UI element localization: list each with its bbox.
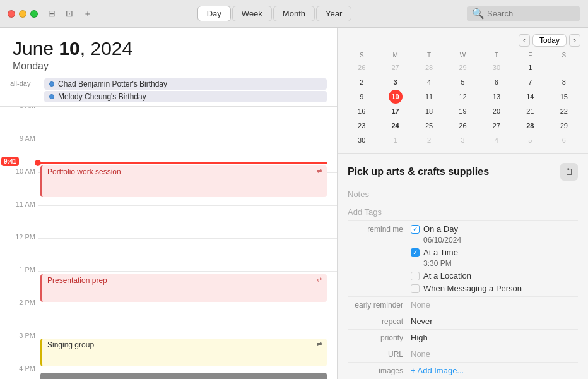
cal-day[interactable]: 6 xyxy=(490,75,503,89)
cal-today[interactable]: 10 xyxy=(389,90,403,104)
cal-day[interactable]: 22 xyxy=(557,104,571,118)
allday-event-2[interactable]: Melody Cheung's Birthday xyxy=(44,91,327,102)
cal-day[interactable]: 28 xyxy=(422,61,436,75)
sidebar-toggle-icon[interactable]: ⊟ xyxy=(48,8,56,20)
inbox-icon[interactable]: ⊡ xyxy=(66,8,73,20)
priority-label: priority xyxy=(348,333,411,342)
search-input[interactable] xyxy=(487,9,575,18)
date-header: June 10, 2024 Monday xyxy=(0,28,337,77)
repeat-icon: ⇄ xyxy=(317,276,322,283)
time-label: 11 AM xyxy=(5,200,35,208)
at-a-location-checkbox[interactable] xyxy=(411,272,420,280)
at-a-time-value: 3:30 PM xyxy=(411,259,578,268)
right-panel: ‹ Today › S M T W T F S 26 27 28 29 30 1 xyxy=(338,28,588,379)
current-time-dot xyxy=(35,160,41,166)
cal-prev-button[interactable]: ‹ xyxy=(519,34,530,47)
event-pickup[interactable]: Pick up arts & crafts supplies xyxy=(40,373,327,379)
time-slot-2pm: 2 PM xyxy=(38,304,337,337)
cal-header-f: F xyxy=(514,51,546,60)
cal-day[interactable]: 3 xyxy=(456,133,469,147)
cal-day[interactable]: 2 xyxy=(422,133,436,147)
cal-day[interactable]: 16 xyxy=(355,104,368,118)
cal-day[interactable]: 7 xyxy=(523,75,537,89)
cal-day[interactable]: 4 xyxy=(490,133,503,147)
cal-day[interactable]: 30 xyxy=(355,133,368,147)
cal-day[interactable]: 27 xyxy=(490,119,503,133)
nav-week-button[interactable]: Week xyxy=(232,6,272,21)
cal-day[interactable]: 9 xyxy=(355,90,368,104)
toolbar-icons: ⊟ ⊡ ＋ xyxy=(48,8,92,20)
cal-day[interactable]: 6 xyxy=(557,133,571,147)
cal-day[interactable]: 14 xyxy=(523,90,537,104)
time-label: 8 AM xyxy=(5,107,35,109)
cal-day[interactable]: 28 xyxy=(523,119,537,133)
cal-day[interactable]: 25 xyxy=(422,119,436,133)
on-a-day-checkbox[interactable]: ✓ xyxy=(411,225,420,234)
cal-day[interactable]: 21 xyxy=(523,104,537,118)
at-a-time-checkbox[interactable]: ✓ xyxy=(411,248,420,257)
early-reminder-label: early reminder xyxy=(348,300,411,310)
add-icon[interactable]: ＋ xyxy=(83,8,92,20)
time-slot-4pm: 4 PM Pick up arts & crafts supplies xyxy=(38,370,337,379)
time-label: 10 AM xyxy=(5,167,35,175)
month-label: June xyxy=(13,38,54,59)
notes-field[interactable]: Notes xyxy=(348,186,578,203)
time-label: 3 PM xyxy=(5,332,35,339)
cal-day[interactable]: 24 xyxy=(389,119,403,133)
cal-day[interactable]: 5 xyxy=(523,133,537,147)
cal-day[interactable]: 15 xyxy=(557,90,571,104)
cal-day[interactable]: 12 xyxy=(456,90,469,104)
at-a-time-label: At a Time xyxy=(423,248,458,257)
cal-day[interactable]: 30 xyxy=(490,61,503,75)
minimize-button[interactable] xyxy=(19,10,26,18)
repeat-icon: ⇄ xyxy=(317,167,322,174)
current-time-line: 9:41 xyxy=(38,162,327,164)
cal-day[interactable]: 18 xyxy=(422,104,436,118)
cal-day[interactable]: 29 xyxy=(557,119,571,133)
close-button[interactable] xyxy=(8,10,15,18)
cal-day[interactable]: 1 xyxy=(523,61,537,75)
nav-day-button[interactable]: Day xyxy=(197,6,231,21)
cal-day[interactable]: 29 xyxy=(456,61,469,75)
allday-event-1[interactable]: Chad Benjamin Potter's Birthday xyxy=(44,78,327,90)
cal-day[interactable]: 17 xyxy=(389,104,403,118)
mini-cal-header: ‹ Today › xyxy=(345,34,580,47)
repeat-value: Never xyxy=(411,316,578,326)
nav-year-button[interactable]: Year xyxy=(316,6,351,21)
nav-month-button[interactable]: Month xyxy=(273,6,315,21)
cal-day[interactable]: 26 xyxy=(355,61,368,75)
cal-day[interactable]: 3 xyxy=(389,75,403,89)
on-a-day-line: ✓ On a Day xyxy=(411,224,578,234)
cal-day[interactable]: 11 xyxy=(422,90,436,104)
cal-day[interactable]: 2 xyxy=(355,75,368,89)
event-portfolio[interactable]: ⇄ Portfolio work session xyxy=(40,165,327,197)
cal-day[interactable]: 26 xyxy=(456,119,469,133)
cal-day[interactable]: 1 xyxy=(389,133,403,147)
search-icon: 🔍 xyxy=(472,8,485,20)
cal-day[interactable]: 5 xyxy=(456,75,469,89)
cal-day[interactable]: 8 xyxy=(557,75,571,89)
search-area: 🔍 xyxy=(467,6,580,21)
cal-day[interactable]: 4 xyxy=(422,75,436,89)
add-image-button[interactable]: + Add Image... xyxy=(411,366,578,375)
cal-header-m: M xyxy=(379,51,411,60)
cal-day[interactable]: 27 xyxy=(389,61,403,75)
search-box: 🔍 xyxy=(467,6,580,21)
tags-field[interactable]: Add Tags xyxy=(348,203,578,221)
cal-day[interactable]: 13 xyxy=(490,90,503,104)
today-button[interactable]: Today xyxy=(532,34,567,47)
event-detail-panel: Pick up arts & crafts supplies 🗒 Notes A… xyxy=(338,154,588,379)
cal-day[interactable] xyxy=(557,61,571,75)
cal-day[interactable]: 20 xyxy=(490,104,503,118)
cal-day[interactable]: 19 xyxy=(456,104,469,118)
event-presentation[interactable]: ⇄ Presentation prep xyxy=(40,274,327,302)
event-singing[interactable]: ⇄ Singing group xyxy=(40,339,327,366)
fullscreen-button[interactable] xyxy=(30,10,38,18)
time-label: 2 PM xyxy=(5,299,35,306)
cal-day[interactable]: 23 xyxy=(355,119,368,133)
reminder-block: ✓ On a Day 06/10/2024 ✓ At a Time 3:30 P… xyxy=(411,224,578,293)
when-messaging-checkbox[interactable] xyxy=(411,284,420,293)
note-button[interactable]: 🗒 xyxy=(560,163,578,181)
cal-next-button[interactable]: › xyxy=(569,34,580,47)
mini-calendar: ‹ Today › S M T W T F S 26 27 28 29 30 1 xyxy=(338,28,588,154)
